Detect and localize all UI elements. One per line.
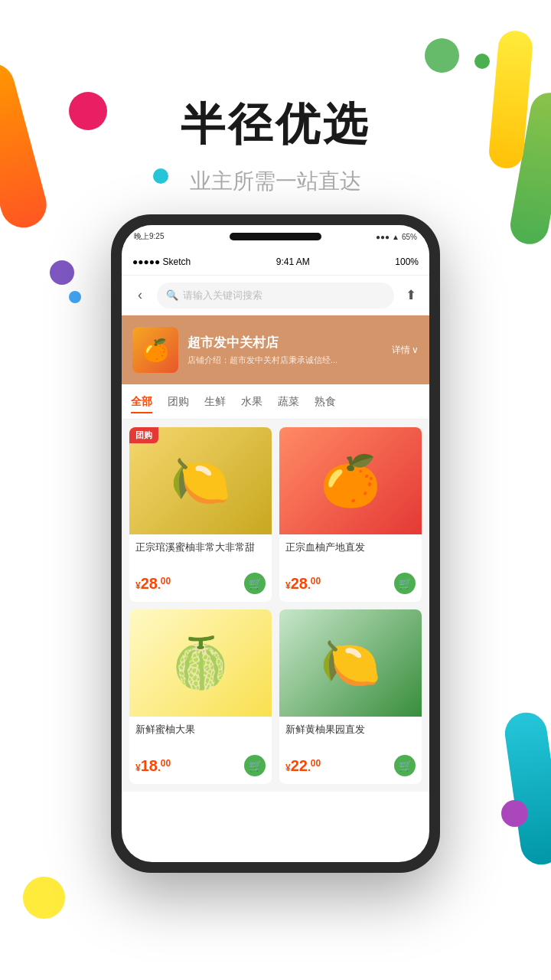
battery-level: 65%: [402, 233, 417, 241]
dot-yellow-bottom: [23, 877, 65, 919]
category-tabs: 全部团购生鲜水果蔬菜熟食: [122, 384, 429, 420]
product-price-row: ¥22.00🛒: [285, 755, 416, 776]
product-price: ¥28.00: [135, 575, 171, 593]
product-name: 正宗血柚产地直发: [285, 541, 416, 568]
sub-title: 业主所需一站直达: [190, 167, 361, 196]
product-info: 新鲜蜜柚大果¥18.00🛒: [129, 717, 272, 784]
sketch-time: 9:41 AM: [276, 256, 310, 267]
category-tab[interactable]: 全部: [131, 392, 152, 412]
category-tab[interactable]: 熟食: [315, 392, 336, 412]
sketch-app-name: ●●●●● Sketch: [132, 256, 191, 267]
category-tab[interactable]: 团购: [168, 392, 189, 412]
product-card[interactable]: 🍈新鲜蜜柚大果¥18.00🛒: [129, 609, 272, 784]
back-button[interactable]: ‹: [129, 285, 151, 306]
phone-notch: [230, 233, 321, 240]
product-price: ¥28.00: [285, 575, 321, 593]
product-price-row: ¥28.00🛒: [135, 573, 266, 594]
phone-frame: 晚上9:25 ●●● ▲ 65% ●●●●● Sketch 9:41 AM 10…: [111, 214, 440, 873]
product-card[interactable]: 🍊正宗血柚产地直发¥28.00🛒: [279, 427, 422, 602]
product-image: 🍋: [279, 609, 422, 717]
product-price-row: ¥18.00🛒: [135, 755, 266, 776]
product-name: 正宗琯溪蜜柚非常大非常甜: [135, 541, 266, 568]
store-avatar: 🍊: [132, 327, 178, 373]
product-image: 🍊: [279, 427, 422, 534]
product-card[interactable]: 🍋新鲜黄柚果园直发¥22.00🛒: [279, 609, 422, 784]
product-card[interactable]: 团购🍋正宗琯溪蜜柚非常大非常甜¥28.00🛒: [129, 427, 272, 602]
status-right: ●●● ▲ 65%: [376, 233, 417, 241]
chevron-down-icon: ∨: [412, 345, 419, 355]
category-tab[interactable]: 水果: [241, 392, 262, 412]
status-time-left: 晚上9:25: [134, 231, 164, 242]
product-info: 正宗琯溪蜜柚非常大非常甜¥28.00🛒: [129, 534, 272, 602]
category-tab[interactable]: 生鲜: [204, 392, 226, 412]
phone-screen: 晚上9:25 ●●● ▲ 65% ●●●●● Sketch 9:41 AM 10…: [122, 225, 429, 862]
product-price: ¥18.00: [135, 757, 171, 775]
search-input-wrap[interactable]: 🔍 请输入关键词搜索: [157, 283, 394, 309]
search-bar: ‹ 🔍 请输入关键词搜索 ⬆: [122, 276, 429, 315]
share-button[interactable]: ⬆: [400, 285, 422, 306]
phone-mockup: 晚上9:25 ●●● ▲ 65% ●●●●● Sketch 9:41 AM 10…: [111, 214, 440, 873]
signal-icon: ●●●: [376, 233, 390, 241]
product-price: ¥22.00: [285, 757, 321, 775]
store-info: 超市发中关村店 店铺介绍：超市发中关村店秉承诚信经...: [187, 334, 383, 366]
dot-blue-small: [69, 291, 81, 303]
product-image: 🍈: [129, 609, 272, 717]
share-icon: ⬆: [406, 287, 416, 303]
sketch-bar: ●●●●● Sketch 9:41 AM 100%: [122, 248, 429, 276]
main-title: 半径优选: [181, 95, 370, 155]
add-to-cart-button[interactable]: 🛒: [394, 573, 416, 594]
add-to-cart-button[interactable]: 🛒: [394, 755, 416, 776]
search-icon: 🔍: [166, 289, 178, 301]
store-avatar-emoji: 🍊: [142, 338, 169, 363]
product-name: 新鲜蜜柚大果: [135, 723, 266, 750]
product-info: 新鲜黄柚果园直发¥22.00🛒: [279, 717, 422, 784]
wifi-icon: ▲: [392, 233, 399, 241]
store-name: 超市发中关村店: [187, 334, 383, 351]
back-icon: ‹: [138, 287, 142, 303]
product-info: 正宗血柚产地直发¥28.00🛒: [279, 534, 422, 602]
add-to-cart-button[interactable]: 🛒: [244, 573, 266, 594]
search-placeholder: 请输入关键词搜索: [183, 289, 262, 302]
product-tag: 团购: [129, 427, 158, 443]
category-tab[interactable]: 蔬菜: [278, 392, 299, 412]
add-to-cart-button[interactable]: 🛒: [244, 755, 266, 776]
store-header: 🍊 超市发中关村店 店铺介绍：超市发中关村店秉承诚信经... 详情 ∨: [122, 315, 429, 384]
sketch-battery: 100%: [395, 256, 419, 267]
product-name: 新鲜黄柚果园直发: [285, 723, 416, 750]
store-detail-button[interactable]: 详情 ∨: [392, 344, 419, 357]
store-desc: 店铺介绍：超市发中关村店秉承诚信经...: [187, 354, 383, 366]
product-price-row: ¥28.00🛒: [285, 573, 416, 594]
product-grid: 团购🍋正宗琯溪蜜柚非常大非常甜¥28.00🛒🍊正宗血柚产地直发¥28.00🛒🍈新…: [122, 420, 429, 792]
product-image: 团购🍋: [129, 427, 272, 534]
dot-purple-bottom: [501, 800, 528, 827]
